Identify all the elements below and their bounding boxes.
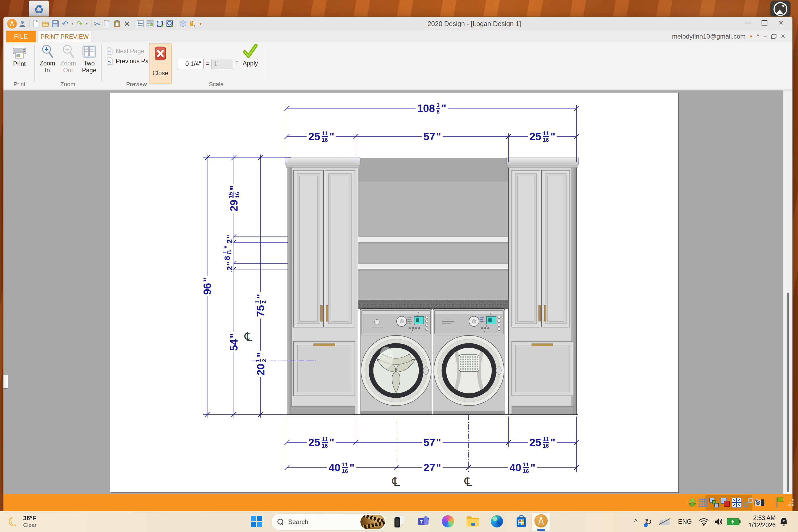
zoom-out-icon [61,44,75,59]
next-page-button[interactable]: Next Page [106,47,144,55]
account-email[interactable]: melodyfinn10@gmail.com [672,33,745,40]
toolbar-more-icon[interactable]: ▾ [198,19,203,28]
tab-file[interactable]: FILE [6,31,36,42]
doc-minimize-icon[interactable]: – [763,33,766,40]
scale-from-input[interactable]: 0 1/4" [178,59,204,69]
quick-access-toolbar: ↶ ▾ ↷ ▾ ✂ [7,19,204,28]
pan-updown-icon[interactable] [687,497,698,508]
dim-dryer-cl-to-wall: 401116" [508,461,537,474]
delete-icon[interactable] [122,19,131,28]
item-list-icon[interactable] [136,19,145,28]
form-panel-icon[interactable] [146,19,154,28]
microsoft-store-icon[interactable] [514,514,528,528]
two-page-button[interactable]: TwoPage [79,44,99,74]
group-label-preview: Preview [126,81,147,88]
zoom-in-icon [40,44,55,59]
doc-restore-icon[interactable] [771,34,776,39]
account-dropdown-icon[interactable]: ▾ [750,34,752,39]
wifi-icon[interactable] [697,511,711,532]
object-snap-icon[interactable] [709,497,720,508]
dim-washer-to-dryer-cl: 27" [422,462,443,473]
resize-grip-icon[interactable] [785,497,796,508]
redo-dropdown-icon[interactable]: ▾ [85,19,88,28]
undo-dropdown-icon[interactable]: ▾ [71,19,74,28]
previous-page-button[interactable]: Previous Page [106,57,156,65]
toolbar-separator [30,20,30,27]
cut-icon[interactable]: ✂ [93,19,101,28]
collapse-ribbon-icon[interactable]: ^ [757,33,759,40]
close-button[interactable]: ✕ [776,19,785,27]
start-button[interactable] [249,514,263,528]
language-indicator[interactable]: ENG [676,511,694,532]
fit-selection-icon[interactable] [156,19,164,28]
undo-icon[interactable]: ↶ [61,19,70,28]
copy-icon[interactable] [103,19,111,28]
grid-toggle-icon[interactable] [698,497,708,508]
previous-page-icon [106,57,114,65]
clock-widget[interactable]: 2:53 AM 1/12/2026 [744,511,776,532]
overlap-objects-icon[interactable] [720,497,731,508]
title-bar: ↶ ▾ ↷ ▾ ✂ [3,17,793,31]
lock-pointer-icon[interactable] [189,19,197,28]
group-label-zoom: Zoom [60,81,75,88]
phone-link-icon[interactable] [392,514,406,528]
weather-widget[interactable]: ☾ 36°F Clear [8,511,36,532]
maximize-button[interactable] [760,19,769,27]
vertical-scrollbar[interactable] [783,91,793,494]
scale-to-input: 1' [211,59,233,69]
dim-right-cabinet-width: 251116" [528,130,557,143]
zoom-in-button[interactable]: ZoomIn [38,44,57,74]
file-explorer-icon[interactable] [466,514,479,528]
group-label-scale: Scale [209,81,224,88]
toolbar-separator [177,20,177,27]
teams-letter: T [420,519,423,525]
volume-icon[interactable] [712,511,726,532]
dim-center-width: 57" [422,131,443,142]
toolbar-separator [134,20,134,27]
teams-icon[interactable]: T [417,514,431,528]
search-box[interactable]: Search [271,513,387,530]
open-folder-icon[interactable] [41,19,50,28]
user-icon[interactable] [18,19,26,28]
zoom-region-icon[interactable] [166,19,174,28]
tab-print-preview[interactable]: PRINT PREVIEW [38,31,92,42]
design-app-icon [534,514,548,528]
elevation-drawing [110,93,678,492]
sync-badge [644,523,648,527]
paste-icon[interactable] [113,19,121,28]
recycle-bin-icon[interactable]: ♻ [29,1,49,18]
design-app-taskbar-button[interactable] [531,512,551,531]
search-highlight-image[interactable] [360,515,385,529]
redo-icon[interactable]: ↷ [75,19,84,28]
snapshot-camera-icon[interactable] [754,497,765,508]
panel-collapse-handle[interactable] [3,374,8,389]
cube-3d-icon[interactable] [179,19,187,28]
apply-check-icon [243,44,258,59]
notification-bell-icon[interactable]: z [777,511,791,532]
hidden-icons-chevron[interactable]: ^ [631,511,641,532]
save-icon[interactable] [51,19,60,28]
new-document-icon[interactable] [32,19,40,28]
link-dimensions-icon[interactable] [743,497,754,508]
close-preview-button[interactable]: Close [149,43,172,84]
edge-icon[interactable] [490,514,504,528]
search-icon [278,519,284,525]
ribbon: Print ZoomIn ZoomOut [3,42,793,89]
group-separator [265,44,265,81]
flag-icon[interactable] [774,497,785,508]
copilot-icon[interactable] [441,514,455,528]
scrollbar-thumb[interactable] [787,292,789,492]
sync-tray-icon[interactable]: ↻ [642,511,655,532]
fit-view-icon[interactable] [731,497,742,508]
doc-close-icon[interactable]: ✕ [781,33,785,40]
photos-desktop-icon[interactable] [770,1,791,18]
print-button[interactable]: Print [8,44,31,67]
scale-equals: = [206,60,209,67]
zoom-out-button[interactable]: ZoomOut [58,44,78,74]
dim-top-to-shelf: 291516" [228,184,240,213]
minimize-button[interactable] [743,19,753,27]
app-logo-icon[interactable] [7,19,17,28]
battery-icon[interactable] [725,511,741,532]
apply-button[interactable]: Apply [240,44,261,67]
onedrive-paused-icon[interactable] [657,511,672,532]
